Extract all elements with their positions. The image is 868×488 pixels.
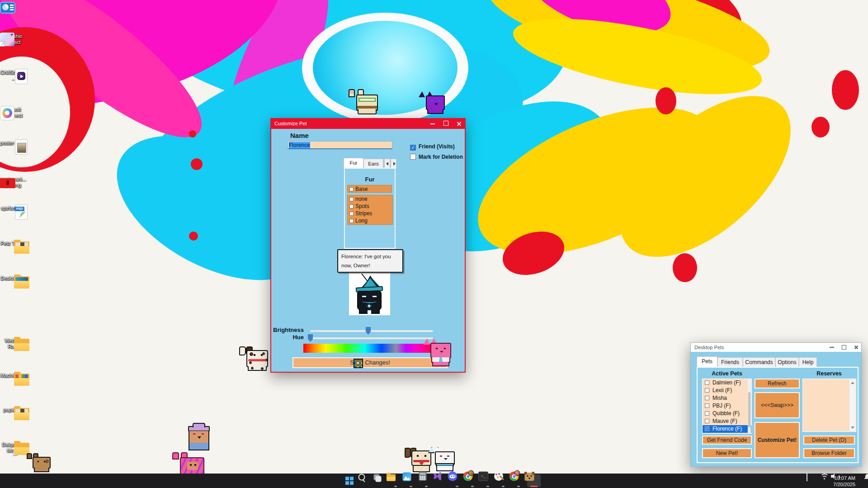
desktop-icon-puptemp[interactable]: puptemp [0, 406, 26, 413]
pet-list-item[interactable]: Lexii (F) [703, 387, 751, 394]
tab-pets[interactable]: Pets [697, 356, 717, 367]
desktop-icon-genshin-impact[interactable]: Genshin Impact [0, 33, 26, 45]
desktop-pet-pink-cat[interactable] [430, 338, 451, 366]
taskbar-visual-studio[interactable] [435, 474, 448, 487]
tab-ears[interactable]: Ears [363, 159, 383, 168]
maximize-button[interactable] [440, 118, 452, 129]
pet-list-item[interactable]: Mauve (F) [703, 417, 751, 425]
taskbar-discord[interactable] [450, 474, 464, 487]
tray-overflow-button[interactable] [807, 474, 807, 488]
desktop-pet-brown-pup[interactable] [33, 453, 51, 472]
active-pets-list[interactable]: Dalmien (F) Lexii (F) Misha PBJ (F) Quib… [702, 379, 752, 434]
desktop-pet-white-cat[interactable] [435, 447, 455, 471]
taskbar-search-button[interactable] [358, 474, 372, 487]
taskbar-start-button[interactable] [343, 474, 356, 487]
checkbox-icon[interactable] [705, 380, 709, 385]
fur-option-none[interactable]: none [348, 195, 392, 203]
checkbox-unchecked-icon[interactable] [410, 154, 416, 160]
tab-scroll-left-button[interactable] [384, 159, 390, 168]
checkbox-icon[interactable] [705, 396, 709, 400]
taskbar-terminal[interactable]: ›_ [481, 474, 495, 487]
pet-list-item[interactable]: PBJ (F) [703, 402, 751, 410]
desktop-icon-machinel[interactable]: MachineL... [0, 372, 26, 379]
scrollbar-thumb[interactable] [748, 392, 750, 427]
checkbox-icon[interactable] [349, 219, 354, 223]
tab-friends[interactable]: Friends [717, 357, 743, 367]
pet-list-item[interactable]: Quibble (F) [703, 410, 751, 417]
desktop-pet-cream-dog[interactable] [410, 448, 432, 472]
refresh-button[interactable]: Refresh [755, 379, 800, 389]
pet-list-item[interactable]: Dalmien (F) [703, 379, 751, 387]
desktop-icon-spzfamily-psd[interactable]: spzfamily... [0, 204, 26, 211]
desktop-icon-chillstrong[interactable]: ChillStrong... [0, 69, 26, 81]
active-pets-scrollbar[interactable] [748, 379, 751, 433]
maximize-button[interactable] [838, 343, 849, 352]
delete-pet-button[interactable]: Delete Pet (D) [803, 436, 855, 445]
friend-visits-checkbox[interactable]: Friend (Visits) [410, 142, 455, 151]
desktop-icon-daiquinso-mode[interactable]: ↗ Daiquinso Mode [0, 441, 26, 453]
taskbar-task-view-button[interactable] [373, 474, 387, 487]
taskbar-file-explorer[interactable] [389, 474, 402, 487]
taskbar-calculator[interactable] [420, 474, 433, 487]
checkbox-icon[interactable] [349, 187, 354, 191]
checkbox-icon[interactable] [705, 388, 709, 393]
taskbar-photos[interactable] [404, 474, 418, 487]
checkbox-checked-icon[interactable] [410, 145, 416, 151]
customize-pet-button[interactable]: Customize Pet! [755, 422, 800, 458]
new-pet-button[interactable]: New Pet! [702, 448, 752, 458]
hue-slider-thumb[interactable] [308, 334, 313, 342]
desktop-pet-dalmatian[interactable] [246, 346, 269, 371]
browse-folder-button[interactable]: Browse Folder [803, 448, 855, 458]
desktop-pet-purple-cat[interactable] [426, 91, 445, 114]
checkbox-icon[interactable] [349, 197, 354, 201]
checkbox-icon[interactable] [705, 419, 709, 423]
desktop-icon-poster-2[interactable]: poster ani... (2).png [0, 175, 26, 188]
desktop-icon-webgl[interactable]: WebGL Ra... [0, 337, 26, 349]
pet-list-item-selected[interactable]: Florence (F) [703, 425, 751, 433]
pet-preview-sprite [355, 277, 383, 314]
fur-option-base[interactable]: Base [348, 185, 392, 193]
window-titlebar[interactable]: Desktop Pets [691, 343, 861, 352]
desktop-pet-bucket-hat[interactable] [187, 426, 211, 451]
fur-option-spots[interactable]: Spots [348, 203, 392, 210]
mark-for-deletion-checkbox[interactable]: Mark for Deletion [410, 152, 463, 161]
minimize-button[interactable] [826, 343, 837, 352]
hue-slider[interactable] [310, 337, 433, 339]
tab-options[interactable]: Options [775, 357, 799, 367]
taskbar-clock[interactable]: 10:07 AM 7/20/2025 [833, 474, 855, 488]
fur-option-long[interactable]: Long [348, 217, 392, 224]
desktop-icon-poster[interactable]: poster ani... [0, 139, 26, 146]
taskbar-chrome-profile-2[interactable] [512, 474, 525, 487]
checkbox-checked-icon[interactable] [705, 426, 709, 431]
desktop-icon-petz-trailer[interactable]: Petz Trailer [0, 240, 26, 246]
taskbar-desktop-pets[interactable] [527, 474, 541, 487]
checkbox-icon[interactable] [705, 403, 709, 408]
checkbox-icon[interactable] [705, 411, 709, 416]
tab-fur[interactable]: Fur [344, 158, 363, 168]
get-friend-code-button[interactable]: Get Friend Code [702, 436, 752, 445]
checkbox-icon[interactable] [349, 212, 354, 216]
minimize-button[interactable] [427, 118, 439, 129]
taskbar-chrome-profile-1[interactable] [466, 474, 479, 487]
tab-help[interactable]: Help [799, 357, 817, 367]
dialog-titlebar[interactable]: Customize Pet [270, 118, 466, 129]
tab-commands[interactable]: Commands [743, 357, 775, 367]
desktop-icon-desktopp[interactable]: DesktopP... [0, 275, 26, 281]
brightness-slider-thumb[interactable] [366, 327, 371, 335]
hue-rainbow-bar[interactable] [303, 344, 434, 353]
reserves-scrollbar[interactable] [849, 379, 855, 431]
close-button[interactable] [850, 343, 861, 352]
pet-list-item[interactable]: Misha [703, 394, 751, 402]
desktop-pet-tan-dog[interactable] [356, 89, 378, 114]
reserves-list[interactable] [802, 379, 856, 432]
brightness-slider[interactable] [310, 330, 433, 332]
fur-option-stripes[interactable]: Stripes [348, 210, 392, 217]
save-changes-button[interactable]: Save Changes! [292, 357, 448, 368]
taskbar-paint[interactable] [496, 474, 510, 487]
checkbox-icon[interactable] [349, 204, 354, 208]
tab-scroll-right-button[interactable] [391, 159, 396, 168]
swap-button[interactable]: <<<Swap>>> [755, 392, 800, 418]
close-button[interactable] [453, 118, 465, 129]
name-input[interactable]: Florence [288, 141, 392, 149]
desktop-icon-ubisoft-connect[interactable]: Ubisoft Connect [0, 106, 26, 118]
